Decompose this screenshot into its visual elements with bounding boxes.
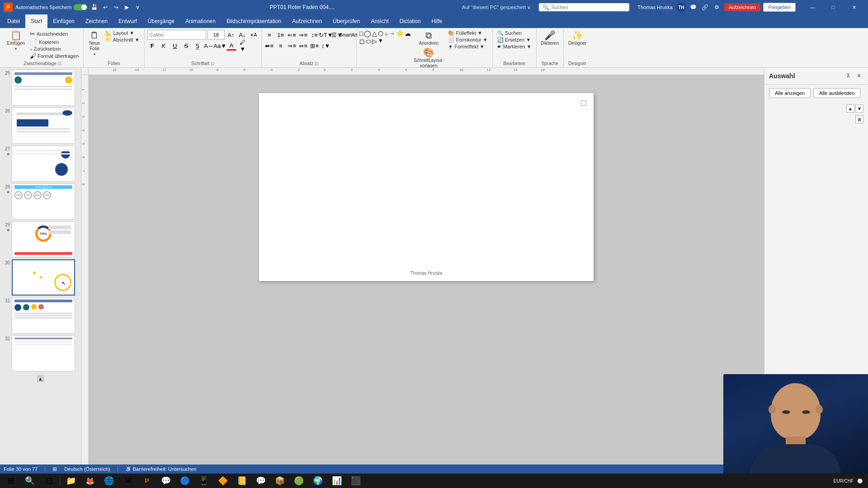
taskbar-outlook[interactable]: ✉	[119, 474, 137, 488]
tab-start[interactable]: Start	[25, 14, 47, 28]
slide-preview-28[interactable]: Slide Speziell 25% 75% 99% 50%	[12, 183, 75, 220]
nav-down-button[interactable]: ▼	[855, 104, 863, 113]
smartart-button[interactable]: SmartArt	[344, 30, 354, 40]
slide-thumb-31[interactable]: 31	[2, 297, 79, 333]
hide-all-button[interactable]: Alle ausblenden	[813, 88, 860, 98]
settings-icon[interactable]: ⚙	[712, 3, 722, 12]
search-taskbar-button[interactable]: 🔍	[21, 474, 39, 488]
slide-panel[interactable]: 25 26 27★	[0, 68, 81, 465]
line-spacing-button[interactable]: ↕▼	[321, 41, 331, 51]
shape-1[interactable]: □	[359, 30, 363, 37]
slide-panel-scroll[interactable]: ▲ ▼	[2, 375, 79, 465]
abschnitt-button[interactable]: 📁 Abschnitt ▼	[104, 37, 142, 43]
tab-ueberpruefen[interactable]: Überprüfen	[327, 14, 365, 28]
undo-icon[interactable]: ↩	[101, 3, 110, 12]
slide-editing-area[interactable]: Thomas Hruska	[89, 75, 764, 465]
redo-icon[interactable]: ↪	[112, 3, 121, 12]
taskbar-app6[interactable]: 🟢	[290, 474, 308, 488]
tab-zeichnen[interactable]: Zeichnen	[80, 14, 113, 28]
taskbar-app4[interactable]: 💬	[252, 474, 270, 488]
slide-thumb-30[interactable]: 30 ↖	[2, 259, 79, 296]
col-button[interactable]: ⊞≡	[310, 41, 320, 51]
italic-button[interactable]: K	[159, 41, 169, 51]
autosave-section[interactable]: Automatisches Speichern	[15, 4, 87, 10]
slide-preview-31[interactable]	[12, 297, 75, 333]
slide-thumb-26[interactable]: 26	[2, 108, 79, 144]
shape-11[interactable]: ▷	[372, 38, 377, 45]
minimize-button[interactable]: —	[802, 0, 823, 14]
shape-9[interactable]: ◻	[359, 38, 365, 45]
slide-thumb-25[interactable]: 25	[2, 70, 79, 106]
clear-format-button[interactable]: ✕A	[249, 30, 259, 40]
taskbar-firefox[interactable]: 🦊	[81, 474, 99, 488]
einfuegen-button[interactable]: 📋 Einfügen ▼	[5, 30, 27, 52]
formkontur-button[interactable]: ⬜ Formkontur ▼	[446, 37, 489, 43]
tab-datei[interactable]: Datei	[2, 14, 25, 28]
taskbar-onenote[interactable]: 📒	[233, 474, 251, 488]
taskbar-app7[interactable]: 🌍	[309, 474, 327, 488]
tab-hilfe[interactable]: Hilfe	[426, 14, 448, 28]
list-ordered-button[interactable]: 1≡	[276, 30, 286, 40]
highlight-button[interactable]: 🖊▼	[238, 41, 248, 51]
show-all-button[interactable]: Alle anzeigen	[769, 88, 811, 98]
taskbar-teams[interactable]: 💬	[157, 474, 175, 488]
chat-icon[interactable]: 💬	[689, 3, 698, 12]
close-button[interactable]: ✕	[844, 0, 864, 14]
slide-thumb-29[interactable]: 29★ 75%	[2, 221, 79, 258]
tab-animationen[interactable]: Animationen	[180, 14, 221, 28]
indent-less-button[interactable]: ⇐≡	[287, 30, 297, 40]
autosave-toggle[interactable]	[74, 4, 87, 10]
ersetzen-button[interactable]: 🔄 Ersetzen ▼	[495, 37, 533, 43]
font-name-select[interactable]	[147, 30, 206, 40]
present-icon[interactable]: ▶	[123, 3, 132, 12]
taskbar-app8[interactable]: ⬛	[347, 474, 365, 488]
taskbar-explorer[interactable]: 📁	[62, 474, 80, 488]
ausschneiden-button[interactable]: ✂ Ausschneiden	[28, 30, 80, 38]
panel-close-button[interactable]: ✕	[854, 71, 863, 80]
underline-button[interactable]: U	[170, 41, 180, 51]
maximize-button[interactable]: □	[823, 0, 844, 14]
indent-more-button[interactable]: ⇒≡	[298, 30, 308, 40]
shape-5[interactable]: ⬦	[384, 30, 388, 37]
col-spacing-button[interactable]: ↕≡	[310, 30, 320, 40]
diktieren-button[interactable]: 🎤 Diktieren	[539, 30, 561, 47]
slide-preview-30[interactable]: ↖	[12, 259, 75, 296]
kopieren-button[interactable]: 📄 Kopieren	[28, 38, 80, 46]
align-left-button[interactable]: ⬅≡	[264, 41, 274, 51]
grid-view-button[interactable]: ⊞	[855, 115, 863, 123]
increase-font-button[interactable]: A↑	[226, 30, 236, 40]
accessibility-indicator[interactable]: ♿ Barrierefreiheit: Untersuchen	[125, 466, 197, 472]
tab-dictation[interactable]: Dictation	[394, 14, 426, 28]
format-uebertragen-button[interactable]: 🖌 Format übertragen	[28, 52, 80, 60]
slide-preview-26[interactable]	[12, 108, 75, 144]
justify-button[interactable]: ⇔≡	[298, 41, 308, 51]
taskbar-powerpoint[interactable]: P	[138, 474, 156, 488]
start-button[interactable]: ⊞	[2, 474, 20, 488]
nav-up-button[interactable]: ▲	[846, 104, 854, 113]
strikethrough-button[interactable]: S	[181, 41, 191, 51]
slide-layout-icon[interactable]: ⊞	[52, 466, 57, 472]
panel-collapse-button[interactable]: ⊼	[844, 71, 853, 80]
layout-button[interactable]: 📐 Layout ▼	[104, 30, 142, 37]
taskbar-chrome[interactable]: 🌐	[100, 474, 118, 488]
anordnen-button[interactable]: ⧉ Anordnen	[412, 30, 445, 47]
zuruecksetzen-button[interactable]: ⬦ Zurücksetzen	[28, 46, 80, 52]
scroll-up-button[interactable]: ▲	[37, 375, 44, 382]
charspace-button[interactable]: A↔	[204, 41, 214, 51]
shape-4[interactable]: ⬡	[378, 30, 383, 37]
more-icon[interactable]: ∨	[133, 3, 142, 12]
shape-7[interactable]: ⭐	[396, 30, 404, 37]
slide-preview-25[interactable]	[12, 70, 75, 106]
shape-8[interactable]: ☁	[405, 30, 411, 37]
shape-6[interactable]: →	[389, 30, 395, 37]
neue-folie-button[interactable]: 🗒 NeueFolie ▼	[86, 30, 103, 57]
slide-thumb-28[interactable]: 28★ Slide Speziell 25% 75% 99% 50%	[2, 183, 79, 220]
freigeben-button[interactable]: Freigeben	[763, 3, 796, 12]
tab-bildschirmpraesentation[interactable]: Bildschirmpräsentation	[221, 14, 287, 28]
search-input[interactable]	[551, 5, 623, 10]
taskview-button[interactable]: ⊡	[40, 474, 58, 488]
tab-ansicht[interactable]: Ansicht	[365, 14, 394, 28]
taskbar-app3[interactable]: 🔶	[214, 474, 232, 488]
decrease-font-button[interactable]: A↓	[237, 30, 247, 40]
slide-thumb-27[interactable]: 27★	[2, 145, 79, 182]
